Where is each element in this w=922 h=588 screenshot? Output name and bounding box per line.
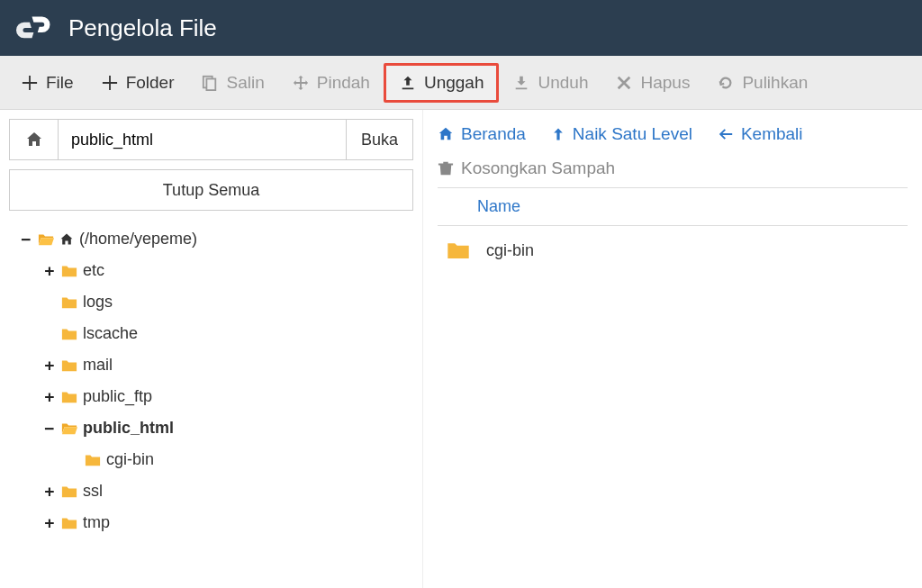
copy-button[interactable]: Salin	[187, 63, 277, 103]
folder-icon	[61, 515, 77, 531]
empty-trash-action[interactable]: Kosongkan Sampah	[438, 158, 615, 178]
tree-root[interactable]: − (/home/yepeme)	[20, 223, 413, 255]
plus-icon	[101, 74, 119, 92]
go-label: Buka	[361, 131, 398, 149]
tree-label: etc	[83, 258, 104, 283]
tree-label: (/home/yepeme)	[79, 227, 197, 251]
tree-item-public-ftp[interactable]: + public_ftp	[43, 381, 413, 412]
svg-rect-1	[207, 78, 216, 90]
tree-item-logs[interactable]: + logs	[43, 286, 413, 318]
download-icon	[512, 74, 530, 92]
tree-item-tmp[interactable]: + tmp	[43, 507, 413, 538]
copy-icon	[201, 74, 219, 92]
main-content: Buka Tutup Semua − (/home/yepeme) + etc …	[0, 110, 922, 588]
home-icon	[59, 232, 74, 247]
toolbar-label: Unggah	[424, 73, 484, 93]
action-label: Naik Satu Level	[573, 124, 692, 144]
path-bar: Buka	[9, 119, 413, 160]
close-icon	[615, 74, 633, 92]
expand-icon[interactable]: +	[43, 258, 56, 283]
collapse-label: Tutup Semua	[163, 181, 259, 200]
tree-label: public_ftp	[83, 384, 152, 409]
tree-item-ssl[interactable]: + ssl	[43, 475, 413, 507]
collapse-icon[interactable]: −	[20, 227, 32, 251]
action-label: Kembali	[741, 124, 803, 144]
tree-label: public_html	[83, 416, 174, 440]
new-folder-button[interactable]: Folder	[87, 63, 188, 103]
table-header: Name	[438, 187, 908, 226]
expand-icon[interactable]: +	[43, 384, 56, 409]
home-button[interactable]	[10, 120, 59, 159]
main-toolbar: File Folder Salin Pindah Unggah Unduh	[0, 56, 922, 110]
home-icon	[438, 126, 454, 142]
tree-item-mail[interactable]: + mail	[43, 349, 413, 381]
move-button[interactable]: Pindah	[278, 63, 384, 103]
tree-item-lscache[interactable]: + lscache	[43, 318, 413, 349]
sidebar: Buka Tutup Semua − (/home/yepeme) + etc …	[0, 110, 423, 588]
download-button[interactable]: Unduh	[499, 63, 601, 103]
tree-label: mail	[83, 353, 113, 377]
toolbar-label: File	[46, 73, 74, 93]
folder-icon	[447, 239, 470, 262]
folder-icon	[61, 484, 77, 500]
trash-icon	[438, 160, 454, 176]
back-action[interactable]: Kembali	[718, 124, 803, 144]
tree-label: lscache	[83, 321, 138, 346]
expand-icon[interactable]: +	[43, 479, 56, 503]
toolbar-label: Pulihkan	[742, 73, 808, 93]
toolbar-label: Folder	[126, 73, 175, 93]
folder-icon	[61, 326, 77, 342]
arrow-up-icon	[551, 126, 565, 142]
folder-icon	[61, 357, 77, 374]
app-header: Pengelola File	[0, 0, 922, 56]
collapse-icon[interactable]: −	[43, 416, 56, 440]
toolbar-label: Unduh	[538, 73, 588, 93]
file-panel: Beranda Naik Satu Level Kembali Kosongka…	[423, 110, 922, 588]
delete-button[interactable]: Hapus	[601, 63, 703, 103]
upload-button[interactable]: Unggah	[384, 63, 500, 103]
file-name: cgi-bin	[486, 241, 534, 260]
tree-item-public-html[interactable]: − public_html	[43, 412, 413, 444]
tree-item-etc[interactable]: + etc	[43, 255, 413, 286]
expand-icon[interactable]: +	[43, 353, 56, 377]
collapse-all-button[interactable]: Tutup Semua	[9, 169, 413, 211]
folder-icon	[61, 389, 77, 405]
plus-icon	[21, 74, 39, 92]
action-label: Kosongkan Sampah	[461, 158, 615, 178]
arrow-left-icon	[718, 126, 734, 142]
action-label: Beranda	[461, 124, 526, 144]
new-file-button[interactable]: File	[7, 63, 87, 103]
toolbar-label: Hapus	[640, 73, 690, 93]
folder-open-icon	[38, 231, 54, 248]
app-title: Pengelola File	[68, 14, 217, 42]
tree-item-cgi-bin[interactable]: + cgi-bin	[67, 444, 413, 475]
up-level-action[interactable]: Naik Satu Level	[551, 124, 692, 144]
tree-label: cgi-bin	[106, 448, 154, 472]
expand-icon[interactable]: +	[43, 511, 56, 535]
folder-icon	[61, 294, 77, 311]
folder-open-icon	[61, 421, 77, 437]
toolbar-label: Salin	[226, 73, 264, 93]
file-row[interactable]: cgi-bin	[438, 226, 908, 262]
move-icon	[292, 74, 310, 92]
path-input[interactable]	[59, 120, 346, 159]
home-action[interactable]: Beranda	[438, 124, 526, 144]
action-bar-2: Kosongkan Sampah	[438, 153, 908, 187]
tree-label: tmp	[83, 511, 110, 535]
cpanel-logo	[14, 8, 54, 48]
upload-icon	[399, 74, 417, 92]
tree-label: ssl	[83, 479, 103, 503]
home-icon	[25, 131, 43, 149]
undo-icon	[717, 74, 735, 92]
toolbar-label: Pindah	[317, 73, 370, 93]
folder-icon	[61, 263, 77, 279]
action-bar: Beranda Naik Satu Level Kembali	[438, 119, 908, 153]
tree-label: logs	[83, 290, 113, 314]
folder-icon	[85, 452, 101, 468]
name-column-header[interactable]: Name	[477, 197, 520, 215]
folder-tree: − (/home/yepeme) + etc + logs	[9, 220, 413, 538]
restore-button[interactable]: Pulihkan	[703, 63, 821, 103]
go-button[interactable]: Buka	[346, 120, 412, 159]
